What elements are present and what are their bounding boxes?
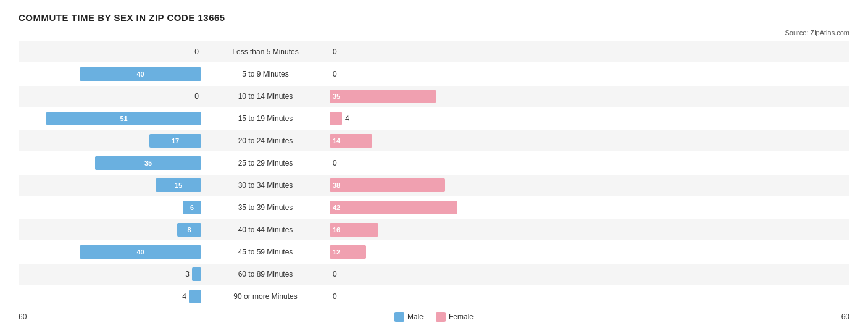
male-bar: 15 — [156, 178, 201, 192]
row-label: 45 to 59 Minutes — [204, 248, 327, 256]
left-bar-container: 35 — [19, 156, 204, 170]
right-bar-container: 0 — [327, 48, 849, 56]
male-value: 0 — [182, 92, 199, 101]
table-row: 8 40 to 44 Minutes 16 — [19, 219, 849, 240]
left-bar-container: 0 — [19, 92, 204, 101]
female-bar: 14 — [330, 134, 372, 148]
female-value: 0 — [333, 48, 348, 56]
male-value: 0 — [182, 48, 199, 56]
table-row: 0 Less than 5 Minutes 0 — [19, 41, 849, 62]
left-bar-container: 15 — [19, 178, 204, 192]
female-value: 0 — [333, 159, 348, 167]
male-bar-value: 40 — [134, 70, 146, 78]
male-bar: 40 — [80, 67, 201, 81]
right-bar-container: 12 — [327, 245, 849, 259]
table-row: 40 45 to 59 Minutes 12 — [19, 241, 849, 262]
male-bar-value: 51 — [117, 115, 130, 122]
row-label: 40 to 44 Minutes — [204, 225, 327, 234]
female-bar-value: 16 — [330, 226, 343, 233]
left-bar-container: 4 — [19, 290, 204, 303]
male-legend-box — [394, 312, 404, 322]
male-bar-value: 6 — [188, 204, 196, 211]
footer: 60 Male Female 60 — [19, 312, 849, 322]
left-bar-container: 0 — [19, 48, 204, 56]
table-row: 4 90 or more Minutes 0 — [19, 286, 849, 307]
chart-area: 0 Less than 5 Minutes 0 40 5 to 9 Minute… — [19, 41, 849, 307]
female-bar: 16 — [330, 223, 378, 237]
legend-female: Female — [436, 312, 474, 322]
title: COMMUTE TIME BY SEX IN ZIP CODE 13665 — [19, 12, 849, 23]
table-row: 17 20 to 24 Minutes 14 — [19, 130, 849, 151]
table-row: 35 25 to 29 Minutes 0 — [19, 153, 849, 174]
female-bar — [330, 112, 342, 125]
left-bar-container: 17 — [19, 134, 204, 148]
male-bar-value: 40 — [134, 248, 146, 256]
left-bar-container: 40 — [19, 245, 204, 259]
male-bar-value: 35 — [142, 159, 154, 167]
right-bar-container: 35 — [327, 90, 849, 103]
table-row: 40 5 to 9 Minutes 0 — [19, 64, 849, 85]
row-label: 30 to 34 Minutes — [204, 181, 327, 190]
table-row: 15 30 to 34 Minutes 38 — [19, 175, 849, 196]
male-bar: 8 — [177, 223, 201, 237]
right-bar-container: 0 — [327, 70, 849, 78]
row-label: Less than 5 Minutes — [204, 48, 327, 56]
row-label: 10 to 14 Minutes — [204, 92, 327, 101]
female-bar: 12 — [330, 245, 366, 259]
right-bar-container: 42 — [327, 201, 849, 214]
female-bar-value: 35 — [330, 93, 343, 100]
right-bar-container: 38 — [327, 178, 849, 192]
female-bar-value: 42 — [330, 204, 343, 211]
table-row: 3 60 to 89 Minutes 0 — [19, 264, 849, 285]
row-label: 5 to 9 Minutes — [204, 70, 327, 78]
male-bar — [192, 267, 201, 281]
male-bar-value: 17 — [169, 137, 182, 145]
table-row: 51 15 to 19 Minutes 4 — [19, 108, 849, 129]
table-row: 6 35 to 39 Minutes 42 — [19, 197, 849, 218]
male-bar-value: 15 — [172, 182, 185, 189]
right-bar-container: 16 — [327, 223, 849, 237]
female-bar: 38 — [330, 178, 445, 192]
row-label: 90 or more Minutes — [204, 292, 327, 301]
right-bar-container: 0 — [327, 159, 849, 167]
left-bar-container: 40 — [19, 67, 204, 81]
male-bar — [189, 290, 201, 303]
axis-left: 60 — [19, 313, 43, 321]
female-legend-label: Female — [449, 313, 474, 321]
row-label: 20 to 24 Minutes — [204, 136, 327, 145]
female-bar-value: 38 — [330, 182, 343, 189]
right-bar-container: 4 — [327, 112, 849, 125]
female-legend-box — [436, 312, 446, 322]
row-label: 25 to 29 Minutes — [204, 159, 327, 167]
female-value: 0 — [333, 270, 348, 279]
male-bar: 40 — [80, 245, 201, 259]
left-bar-container: 8 — [19, 223, 204, 237]
left-bar-container: 51 — [19, 112, 204, 125]
female-value: 0 — [333, 292, 348, 301]
male-bar: 17 — [149, 134, 201, 148]
female-bar-value: 12 — [330, 248, 343, 256]
legend: Male Female — [43, 312, 825, 322]
axis-right: 60 — [825, 313, 849, 321]
male-bar: 35 — [95, 156, 201, 170]
right-bar-container: 0 — [327, 270, 849, 279]
row-label: 35 to 39 Minutes — [204, 203, 327, 212]
right-bar-container: 14 — [327, 134, 849, 148]
right-bar-container: 0 — [327, 292, 849, 301]
female-bar-value: 14 — [330, 137, 343, 145]
male-legend-label: Male — [407, 313, 424, 321]
female-value: 0 — [333, 70, 348, 78]
female-bar: 35 — [330, 90, 436, 103]
female-value: 4 — [345, 114, 360, 123]
row-label: 15 to 19 Minutes — [204, 114, 327, 123]
male-value: 3 — [172, 270, 190, 279]
male-bar: 51 — [46, 112, 201, 125]
male-bar: 6 — [183, 201, 201, 214]
male-bar-value: 8 — [185, 226, 193, 233]
table-row: 0 10 to 14 Minutes 35 — [19, 86, 849, 107]
source: Source: ZipAtlas.com — [19, 29, 849, 36]
row-label: 60 to 89 Minutes — [204, 270, 327, 279]
male-value: 4 — [169, 292, 186, 301]
female-bar: 42 — [330, 201, 457, 214]
left-bar-container: 6 — [19, 201, 204, 214]
